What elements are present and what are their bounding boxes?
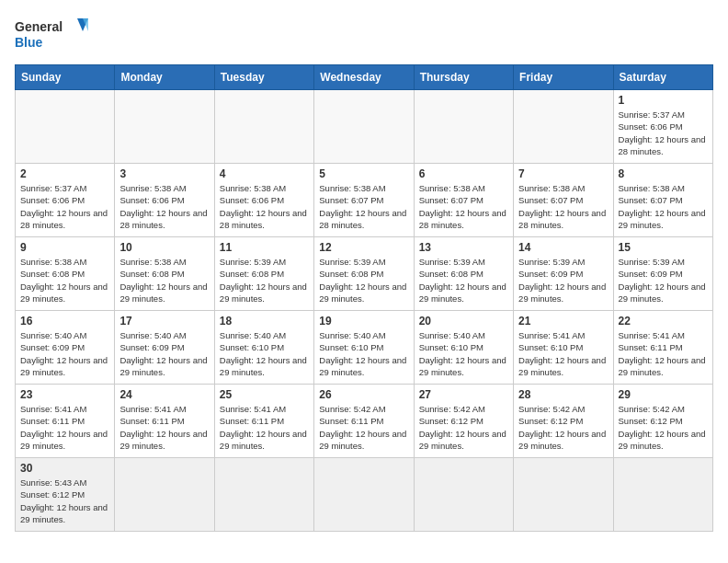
day-header-thursday: Thursday [414, 65, 513, 90]
day-info: Sunrise: 5:41 AMSunset: 6:11 PMDaylight:… [220, 403, 309, 452]
calendar-cell: 29Sunrise: 5:42 AMSunset: 6:12 PMDayligh… [613, 385, 712, 458]
calendar-cell: 20Sunrise: 5:40 AMSunset: 6:10 PMDayligh… [414, 311, 513, 385]
day-info: Sunrise: 5:39 AMSunset: 6:09 PMDaylight:… [619, 256, 708, 304]
day-header-sunday: Sunday [16, 65, 115, 90]
calendar-week-row: 9Sunrise: 5:38 AMSunset: 6:08 PMDaylight… [16, 237, 713, 311]
day-number: 14 [518, 241, 608, 254]
day-info: Sunrise: 5:38 AMSunset: 6:06 PMDaylight:… [220, 182, 309, 231]
calendar-cell: 26Sunrise: 5:42 AMSunset: 6:11 PMDayligh… [314, 385, 414, 458]
calendar-cell: 3Sunrise: 5:38 AMSunset: 6:06 PMDaylight… [115, 164, 214, 237]
day-info: Sunrise: 5:39 AMSunset: 6:08 PMDaylight:… [419, 256, 508, 304]
calendar-cell [214, 90, 313, 164]
logo-svg: General Blue [15, 15, 88, 55]
calendar-cell: 8Sunrise: 5:38 AMSunset: 6:07 PMDaylight… [613, 164, 712, 237]
day-number: 19 [319, 315, 408, 327]
calendar-cell: 5Sunrise: 5:38 AMSunset: 6:07 PMDaylight… [314, 164, 414, 237]
calendar-cell: 1Sunrise: 5:37 AMSunset: 6:06 PMDaylight… [613, 90, 712, 164]
day-number: 27 [419, 388, 508, 401]
calendar-cell: 21Sunrise: 5:41 AMSunset: 6:10 PMDayligh… [514, 311, 613, 385]
svg-text:General: General [15, 19, 63, 34]
calendar-cell: 13Sunrise: 5:39 AMSunset: 6:08 PMDayligh… [414, 237, 513, 311]
day-info: Sunrise: 5:40 AMSunset: 6:10 PMDaylight:… [220, 329, 309, 378]
calendar-week-row: 1Sunrise: 5:37 AMSunset: 6:06 PMDaylight… [16, 90, 713, 164]
calendar-cell [514, 458, 613, 532]
day-number: 2 [20, 167, 109, 180]
day-info: Sunrise: 5:38 AMSunset: 6:07 PMDaylight:… [419, 182, 508, 231]
day-number: 18 [220, 315, 309, 327]
calendar-cell: 24Sunrise: 5:41 AMSunset: 6:11 PMDayligh… [115, 385, 214, 458]
calendar-week-row: 23Sunrise: 5:41 AMSunset: 6:11 PMDayligh… [16, 385, 713, 458]
calendar-cell [314, 458, 414, 532]
day-number: 9 [20, 241, 109, 254]
calendar-cell: 23Sunrise: 5:41 AMSunset: 6:11 PMDayligh… [16, 385, 115, 458]
calendar-cell [16, 90, 115, 164]
day-number: 24 [119, 388, 209, 401]
day-info: Sunrise: 5:41 AMSunset: 6:10 PMDaylight:… [518, 329, 608, 378]
header: General Blue [15, 15, 713, 55]
day-number: 15 [619, 241, 708, 254]
day-headers-row: SundayMondayTuesdayWednesdayThursdayFrid… [16, 65, 713, 90]
day-info: Sunrise: 5:39 AMSunset: 6:08 PMDaylight:… [220, 256, 309, 304]
day-number: 4 [220, 167, 309, 180]
day-info: Sunrise: 5:38 AMSunset: 6:08 PMDaylight:… [20, 256, 109, 304]
calendar-cell: 4Sunrise: 5:38 AMSunset: 6:06 PMDaylight… [214, 164, 313, 237]
day-number: 12 [319, 241, 408, 254]
day-info: Sunrise: 5:37 AMSunset: 6:06 PMDaylight:… [619, 109, 708, 157]
day-number: 22 [619, 315, 708, 327]
calendar-cell: 15Sunrise: 5:39 AMSunset: 6:09 PMDayligh… [613, 237, 712, 311]
logo: General Blue [15, 15, 88, 55]
day-header-friday: Friday [514, 65, 613, 90]
svg-text:Blue: Blue [15, 35, 43, 50]
calendar-cell [414, 458, 513, 532]
day-number: 6 [419, 167, 508, 180]
day-number: 5 [319, 167, 408, 180]
day-header-saturday: Saturday [613, 65, 712, 90]
day-info: Sunrise: 5:38 AMSunset: 6:07 PMDaylight:… [619, 182, 708, 231]
calendar-cell: 6Sunrise: 5:38 AMSunset: 6:07 PMDaylight… [414, 164, 513, 237]
day-info: Sunrise: 5:37 AMSunset: 6:06 PMDaylight:… [20, 182, 109, 231]
calendar-cell: 27Sunrise: 5:42 AMSunset: 6:12 PMDayligh… [414, 385, 513, 458]
day-header-monday: Monday [115, 65, 214, 90]
calendar-cell [115, 90, 214, 164]
day-info: Sunrise: 5:41 AMSunset: 6:11 PMDaylight:… [20, 403, 109, 452]
day-number: 7 [518, 167, 608, 180]
day-info: Sunrise: 5:40 AMSunset: 6:10 PMDaylight:… [419, 329, 508, 378]
day-number: 20 [419, 315, 508, 327]
day-info: Sunrise: 5:41 AMSunset: 6:11 PMDaylight:… [119, 403, 209, 452]
day-info: Sunrise: 5:38 AMSunset: 6:07 PMDaylight:… [319, 182, 408, 231]
calendar-week-row: 2Sunrise: 5:37 AMSunset: 6:06 PMDaylight… [16, 164, 713, 237]
day-number: 28 [518, 388, 608, 401]
day-info: Sunrise: 5:42 AMSunset: 6:12 PMDaylight:… [518, 403, 608, 452]
day-number: 30 [20, 462, 109, 475]
calendar-cell: 17Sunrise: 5:40 AMSunset: 6:09 PMDayligh… [115, 311, 214, 385]
day-info: Sunrise: 5:41 AMSunset: 6:11 PMDaylight:… [619, 329, 708, 378]
calendar-cell: 10Sunrise: 5:38 AMSunset: 6:08 PMDayligh… [115, 237, 214, 311]
day-number: 29 [619, 388, 708, 401]
day-info: Sunrise: 5:39 AMSunset: 6:08 PMDaylight:… [319, 256, 408, 304]
day-info: Sunrise: 5:39 AMSunset: 6:09 PMDaylight:… [518, 256, 608, 304]
calendar-cell: 22Sunrise: 5:41 AMSunset: 6:11 PMDayligh… [613, 311, 712, 385]
day-info: Sunrise: 5:42 AMSunset: 6:12 PMDaylight:… [619, 403, 708, 452]
calendar-week-row: 30Sunrise: 5:43 AMSunset: 6:12 PMDayligh… [16, 458, 713, 532]
calendar-cell [314, 90, 414, 164]
day-info: Sunrise: 5:43 AMSunset: 6:12 PMDaylight:… [20, 477, 109, 525]
calendar-cell: 28Sunrise: 5:42 AMSunset: 6:12 PMDayligh… [514, 385, 613, 458]
day-info: Sunrise: 5:40 AMSunset: 6:09 PMDaylight:… [20, 329, 109, 378]
calendar-table: SundayMondayTuesdayWednesdayThursdayFrid… [15, 64, 713, 532]
day-number: 8 [619, 167, 708, 180]
day-number: 23 [20, 388, 109, 401]
calendar-cell: 12Sunrise: 5:39 AMSunset: 6:08 PMDayligh… [314, 237, 414, 311]
calendar-cell: 25Sunrise: 5:41 AMSunset: 6:11 PMDayligh… [214, 385, 313, 458]
day-info: Sunrise: 5:38 AMSunset: 6:06 PMDaylight:… [119, 182, 209, 231]
calendar-cell: 30Sunrise: 5:43 AMSunset: 6:12 PMDayligh… [16, 458, 115, 532]
calendar-week-row: 16Sunrise: 5:40 AMSunset: 6:09 PMDayligh… [16, 311, 713, 385]
calendar-cell: 18Sunrise: 5:40 AMSunset: 6:10 PMDayligh… [214, 311, 313, 385]
day-number: 1 [619, 94, 708, 107]
calendar-cell: 11Sunrise: 5:39 AMSunset: 6:08 PMDayligh… [214, 237, 313, 311]
day-number: 25 [220, 388, 309, 401]
day-number: 26 [319, 388, 408, 401]
day-info: Sunrise: 5:42 AMSunset: 6:12 PMDaylight:… [419, 403, 508, 452]
day-info: Sunrise: 5:40 AMSunset: 6:10 PMDaylight:… [319, 329, 408, 378]
calendar-cell: 16Sunrise: 5:40 AMSunset: 6:09 PMDayligh… [16, 311, 115, 385]
calendar-cell [514, 90, 613, 164]
